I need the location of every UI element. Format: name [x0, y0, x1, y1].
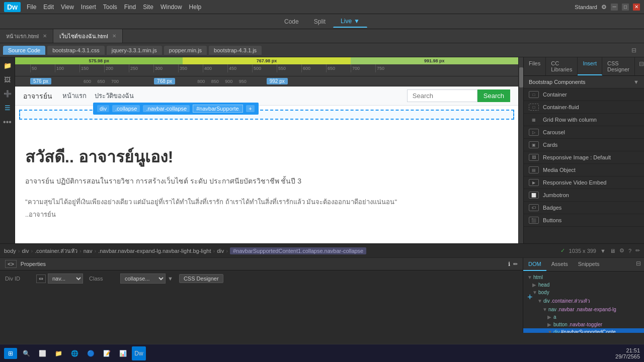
live-view-button[interactable]: Live ▼: [333, 15, 367, 28]
close-tab-homepage[interactable]: ✕: [43, 33, 47, 39]
settings2-icon[interactable]: ⚙: [619, 247, 624, 254]
dom-item-a[interactable]: ▶ a: [523, 313, 644, 321]
div-id-select[interactable]: nav...: [48, 274, 83, 284]
sidebar-insert-icon[interactable]: ➕: [2, 87, 14, 100]
source-tab-jquery[interactable]: jquery-3.3.1.min.js: [107, 46, 162, 55]
menu-tools[interactable]: Tools: [103, 4, 117, 11]
monitor-icon[interactable]: 🖥: [610, 248, 615, 254]
source-tab-bootstrap-js[interactable]: bootstrap-4.3.1.js: [209, 46, 262, 55]
dom-item-head[interactable]: ▶ head: [523, 281, 644, 289]
component-cards[interactable]: ▣ Cards: [524, 139, 644, 151]
taskbar-search-icon[interactable]: 🔍: [19, 346, 33, 360]
dom-filter-icon[interactable]: ⊟: [633, 258, 644, 271]
tooltip-class2[interactable]: .navbar-collapse: [143, 105, 190, 112]
breadcrumb-navbar-collapse[interactable]: #navbarSupportedContent1.collapse.navbar…: [230, 247, 366, 254]
panel-tab-insert[interactable]: Insert: [578, 57, 602, 75]
menu-window[interactable]: Window: [160, 4, 182, 11]
filter-icon[interactable]: ⊟: [630, 45, 641, 56]
profile-selector[interactable]: Standard: [575, 4, 597, 10]
minimize-button[interactable]: ─: [611, 4, 618, 11]
dom-tab-dom[interactable]: DOM: [523, 258, 546, 271]
nav-link-home[interactable]: หน้าแรก: [62, 90, 87, 101]
dom-item-div-container[interactable]: ▼ div .container.ส่วนหัว: [523, 296, 644, 306]
breadcrumb-container[interactable]: .container.ส่วนหัว: [35, 246, 77, 255]
tooltip-id-input[interactable]: [193, 105, 243, 113]
taskbar-powerpoint-icon[interactable]: 📊: [116, 346, 130, 360]
taskbar-edge-icon[interactable]: 🔵: [84, 346, 98, 360]
code-view-icon[interactable]: <>: [5, 260, 17, 268]
maximize-button[interactable]: □: [622, 4, 629, 11]
nav-link-about[interactable]: ประวัติของฉัน: [95, 90, 134, 101]
help-icon[interactable]: ?: [628, 248, 631, 254]
component-media-object[interactable]: ▤ Media Object: [524, 164, 644, 176]
code-view-button[interactable]: Code: [277, 16, 306, 28]
component-jumbotron[interactable]: ⬜ Jumbotron: [524, 189, 644, 202]
dom-tab-snippets[interactable]: Snippets: [573, 258, 605, 271]
breadcrumb-navbar[interactable]: .navbar.navbar-expand-lg.navbar-light.bg…: [98, 248, 211, 254]
nav-search-button[interactable]: Search: [477, 89, 510, 102]
sidebar-dom-icon[interactable]: ☰: [2, 102, 14, 114]
menu-view[interactable]: View: [61, 4, 74, 11]
pencil-icon[interactable]: ✏: [635, 247, 640, 254]
component-buttons[interactable]: ⬛ Buttons: [524, 214, 644, 227]
close-button[interactable]: ✕: [633, 4, 640, 11]
panel-tab-cclibraries[interactable]: CC Libraries: [546, 57, 578, 75]
class-select[interactable]: collapse...: [120, 274, 166, 284]
breadcrumb-nav[interactable]: nav: [84, 248, 93, 254]
menu-find[interactable]: Find: [124, 4, 136, 11]
tab-mywebsite[interactable]: เว็บไซต์ของฉัน.html ✕: [53, 29, 123, 43]
taskbar-files-icon[interactable]: 📁: [51, 346, 65, 360]
vertical-scrollbar[interactable]: [518, 57, 523, 243]
dom-item-body[interactable]: ▼ body: [523, 289, 644, 296]
props-edit-icon[interactable]: ✏: [513, 261, 518, 267]
component-container[interactable]: □ Container: [524, 88, 644, 101]
start-button[interactable]: ⊞: [4, 348, 17, 359]
menu-insert[interactable]: Insert: [81, 4, 96, 11]
settings-icon[interactable]: ⚙: [601, 4, 607, 11]
tooltip-add-icon[interactable]: +: [246, 105, 254, 112]
source-tab-popper[interactable]: popper.min.js: [164, 46, 207, 55]
taskbar-word-icon[interactable]: 📝: [100, 346, 114, 360]
expand-code-icon[interactable]: ⇔: [36, 275, 46, 283]
component-grid-row[interactable]: ▦ Grid Row with column: [524, 114, 644, 126]
source-tab-bootstrap-css[interactable]: bootstrap-4.3.1.css: [47, 46, 105, 55]
taskbar-dw-icon[interactable]: Dw: [132, 346, 146, 360]
add-element-button[interactable]: +: [527, 292, 533, 303]
dom-item-html[interactable]: ▼ html: [523, 274, 644, 281]
css-designer-button[interactable]: CSS Designer: [179, 274, 223, 283]
dom-item-button[interactable]: ▶ button .navbar-toggler: [523, 321, 644, 328]
tab-homepage[interactable]: หน้าแรก.html ✕: [0, 29, 53, 43]
scroll-thumb[interactable]: [519, 67, 523, 87]
dom-tab-assets[interactable]: Assets: [546, 258, 573, 271]
component-container-fluid[interactable]: □ Container-fluid: [524, 101, 644, 114]
component-badges[interactable]: 🏷 Badges: [524, 202, 644, 214]
component-responsive-image[interactable]: 🖼 Responsive Image : Default: [524, 151, 644, 164]
tooltip-class1[interactable]: .collapse: [112, 105, 140, 112]
breadcrumb-div[interactable]: div: [22, 248, 29, 254]
menu-site[interactable]: Site: [143, 4, 153, 11]
breadcrumb-div2[interactable]: div: [217, 248, 224, 254]
dom-item-nav[interactable]: ▼ nav .navbar .navbar-expand-lg: [523, 306, 644, 313]
sidebar-more-icon[interactable]: •••: [1, 116, 14, 129]
sidebar-assets-icon[interactable]: 🖼: [2, 73, 14, 85]
props-info-icon[interactable]: ℹ: [508, 261, 510, 267]
menu-help[interactable]: Help: [189, 4, 202, 11]
taskbar-chrome-icon[interactable]: 🌐: [67, 346, 82, 360]
dom-item-div-navbar-collapse[interactable]: ▼ div #navbarSupportedConte...: [523, 328, 644, 333]
close-tab-mywebsite[interactable]: ✕: [112, 33, 116, 39]
bootstrap-dropdown-icon[interactable]: ▼: [633, 79, 639, 85]
size-dropdown-icon[interactable]: ▼: [600, 248, 606, 254]
menu-edit[interactable]: Edit: [43, 4, 54, 11]
nav-search-input[interactable]: [407, 89, 477, 102]
component-carousel[interactable]: ▷ Carousel: [524, 126, 644, 139]
breadcrumb-body[interactable]: body: [4, 248, 16, 254]
panel-tab-files[interactable]: Files: [524, 57, 546, 75]
component-responsive-video[interactable]: ▶ Responsive Video Embed: [524, 176, 644, 189]
class-dropdown-icon[interactable]: ▼: [168, 276, 173, 282]
sidebar-files-icon[interactable]: 📁: [2, 59, 14, 71]
panel-filter-icon[interactable]: ⊟: [635, 57, 644, 75]
taskbar-taskview-icon[interactable]: ⬜: [35, 346, 49, 360]
split-view-button[interactable]: Split: [306, 16, 333, 28]
live-dropdown-icon[interactable]: ▼: [354, 18, 360, 25]
menu-file[interactable]: File: [27, 4, 36, 11]
